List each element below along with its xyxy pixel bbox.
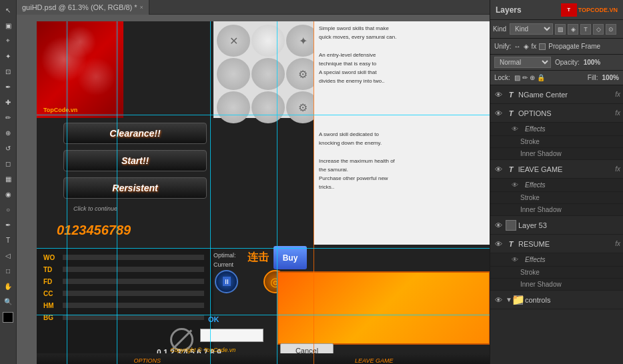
filter-shape-icon[interactable]: ◇ [593,24,604,35]
fill-value: 100% [602,74,619,81]
tool-lasso[interactable]: ⌖ [1,33,15,48]
eye-controls[interactable]: 👁 [493,295,504,305]
main-area: guiHD.psd @ 61.3% (OK, RGB/8) * × [17,0,490,364]
tool-crop[interactable]: ⊡ [1,64,15,79]
document-tab[interactable]: guiHD.psd @ 61.3% (OK, RGB/8) * × [17,0,149,15]
tool-brush[interactable]: ✏ [1,110,15,125]
kind-select[interactable]: Kind [510,23,553,35]
skills-grid: ✕ ✦ ⚙ ⚙ [213,21,314,118]
filter-smart-icon[interactable]: ⊙ [606,24,616,35]
tool-path-select[interactable]: ◁ [1,248,15,263]
blend-opacity-row: Normal Opacity: 100% [490,55,623,71]
tool-eyedropper[interactable]: ✒ [1,79,15,94]
propagate-checkbox[interactable] [539,43,546,50]
blend-mode-select[interactable]: Normal [494,57,551,68]
persistent-button[interactable]: Rersistent [63,177,207,199]
leave-game-link[interactable]: LEAVE GAME [355,357,394,364]
stat-hm-bar [63,303,204,308]
optimal-label: Optimal: [213,252,236,259]
skill-x[interactable]: ✕ [217,25,250,57]
text-panel: Simple sword skills that make quick move… [314,21,490,118]
tool-pen[interactable]: ✒ [1,217,15,232]
unify-position-icon[interactable]: ↔ [514,43,521,50]
layer-item-ngame-center[interactable]: 👁 T NGame Center fx [490,85,623,104]
stat-td-bar [63,267,204,272]
inner-shadow-row-resume[interactable]: Inner Shadow [490,279,623,291]
options-link[interactable]: OPTIONS [133,357,161,364]
digits-display: 0123456789 [57,223,131,238]
brand-icon: T [561,3,577,17]
clearance-button[interactable]: Clearance!! [63,123,207,144]
tool-hand[interactable]: ✋ [1,279,15,293]
tool-blur[interactable]: ◉ [1,187,15,201]
stroke-row-leave-game[interactable]: Stroke [490,192,623,204]
layer-fx-resume[interactable]: fx [615,240,620,247]
eye-leave-game[interactable]: 👁 [493,164,504,175]
text-line-4: An entry-level defensive [319,51,485,59]
eye-resume[interactable]: 👁 [493,239,504,249]
tool-gradient[interactable]: ▦ [1,171,15,186]
skill-circle-4[interactable] [217,91,250,123]
unify-fx-icon[interactable]: fx [532,43,537,50]
layer-item-resume[interactable]: 👁 T RESUME fx [490,235,623,253]
layer-name-layer53: Layer 53 [518,221,620,229]
tool-shape[interactable]: □ [1,263,15,278]
tool-dodge[interactable]: ○ [1,202,15,217]
tab-close-button[interactable]: × [140,0,143,15]
inner-shadow-row-options[interactable]: Inner Shadow [490,148,623,160]
stroke-row-options[interactable]: Stroke [490,136,623,148]
skill-circle-3[interactable] [251,58,285,90]
eye-options[interactable]: 👁 [493,108,504,119]
layers-header: Layers T TOPCODE.VN [490,0,623,20]
fill-label: Fill: [588,74,598,81]
tool-text[interactable]: T [1,233,15,247]
skill-circle-5[interactable] [251,91,285,123]
tool-zoom[interactable]: 🔍 [1,294,15,309]
tool-move[interactable]: ↖ [1,3,15,17]
type-icon-layer53 [506,220,516,231]
layer-item-controls[interactable]: 👁 ▼ 📁 controls [490,291,623,309]
unify-style-icon[interactable]: ◈ [524,43,529,50]
eye-effects-resume[interactable]: 👁 [510,255,520,265]
opacity-label: Opacity: [555,59,580,66]
tool-heal[interactable]: ✚ [1,95,15,109]
lock-artboard-icon[interactable]: ⊕ [530,74,535,81]
eye-layer53[interactable]: 👁 [493,220,504,231]
layer-item-layer53[interactable]: 👁 Layer 53 [490,216,623,235]
layer-name-options: OPTIONS [518,109,613,117]
layer-fx-leave-game[interactable]: fx [615,165,620,173]
tool-magic-wand[interactable]: ✦ [1,49,15,63]
eye-ngame-center[interactable]: 👁 [493,89,504,100]
skill-circle-1[interactable] [251,25,285,57]
tool-clone[interactable]: ⊕ [1,125,15,140]
inner-shadow-name-options: Inner Shadow [520,150,562,157]
filter-adjust-icon[interactable]: ◈ [568,24,578,35]
guide-horizontal-1 [37,115,490,115]
layer-fx-ngame-center[interactable]: fx [615,91,620,98]
layer-item-options[interactable]: 👁 T OPTIONS fx [490,104,623,123]
eye-effects-leave-game[interactable]: 👁 [510,181,520,190]
info-line-5: Increase the maximum health of [319,157,485,165]
canvas-area[interactable]: TopCode.vn Clearance!! Start!! Rersisten… [17,15,490,364]
inner-shadow-row-leave-game[interactable]: Inner Shadow [490,204,623,216]
lock-pixels-icon[interactable]: ▨ [514,74,520,81]
tool-select[interactable]: ▣ [1,18,15,33]
lock-all-icon[interactable]: 🔒 [537,74,545,81]
tool-history-brush[interactable]: ↺ [1,141,15,155]
effects-label-resume: Effects [525,256,546,263]
left-toolbar: ↖ ▣ ⌖ ✦ ⊡ ✒ ✚ ✏ ⊕ ↺ ◻ ▦ ◉ ○ ✒ T ◁ □ ✋ 🔍 [0,0,17,364]
lock-position-icon[interactable]: ✏ [522,74,528,81]
layer-fx-options[interactable]: fx [615,109,620,117]
stat-hm-label: HM [43,302,60,309]
layer-item-leave-game[interactable]: 👁 T lEAVE GAME fx [490,160,623,179]
tool-eraser[interactable]: ◻ [1,156,15,171]
skill-circle-2[interactable] [217,58,250,90]
tool-fg-color[interactable] [3,312,13,323]
stroke-row-resume[interactable]: Stroke [490,267,623,279]
guide-vertical-3 [210,21,211,364]
start-button[interactable]: Start!! [63,150,207,171]
filter-pixel-icon[interactable]: ▨ [555,24,566,35]
filter-type-icon[interactable]: T [580,24,591,35]
eye-effects-options[interactable]: 👁 [510,125,520,134]
buy-button[interactable]: Buy [273,246,307,269]
